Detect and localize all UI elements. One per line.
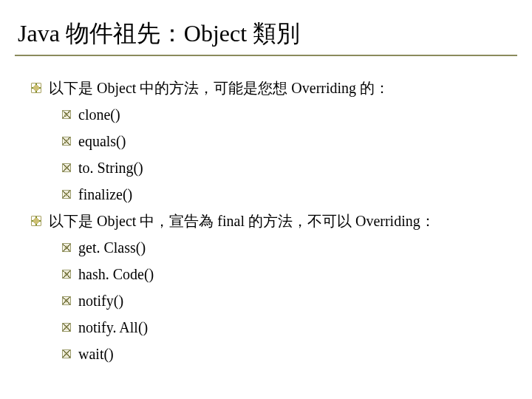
bullet-icon [62,110,71,119]
slide: Java 物件祖先：Object 類別 以下是 Object 中的方法，可能是您… [0,0,532,366]
method-name: finalize() [78,182,508,207]
slide-body: 以下是 Object 中的方法，可能是您想 Overriding 的： clon… [15,59,517,366]
section-heading: 以下是 Object 中，宣告為 final 的方法，不可以 Overridin… [49,208,508,233]
bullet-icon [31,216,41,226]
bullet-icon [62,323,71,332]
list-item: get. Class() [62,235,508,260]
list-item: to. String() [62,155,508,180]
list-item: clone() [62,102,508,127]
section-heading: 以下是 Object 中的方法，可能是您想 Overriding 的： [49,75,508,100]
bullet-icon [62,270,71,279]
bullet-icon [62,137,71,146]
bullet-icon [31,83,41,93]
list-item: notify. All() [62,315,508,340]
method-name: clone() [78,102,508,127]
list-item: wait() [62,341,508,366]
bullet-icon [62,349,71,358]
list-item: hash. Code() [62,262,508,287]
list-item: 以下是 Object 中，宣告為 final 的方法，不可以 Overridin… [31,208,508,233]
method-name: get. Class() [78,235,508,260]
list-item: equals() [62,129,508,154]
method-name: wait() [78,341,508,366]
list-item: 以下是 Object 中的方法，可能是您想 Overriding 的： [31,75,508,100]
list-item: notify() [62,288,508,313]
bullet-icon [62,243,71,252]
method-name: equals() [78,129,508,154]
bullet-icon [62,190,71,199]
slide-title: Java 物件祖先：Object 類別 [15,18,517,56]
method-name: notify() [78,288,508,313]
bullet-icon [62,163,71,172]
method-name: notify. All() [78,315,508,340]
list-item: finalize() [62,182,508,207]
bullet-icon [62,296,71,305]
method-name: hash. Code() [78,262,508,287]
method-name: to. String() [78,155,508,180]
